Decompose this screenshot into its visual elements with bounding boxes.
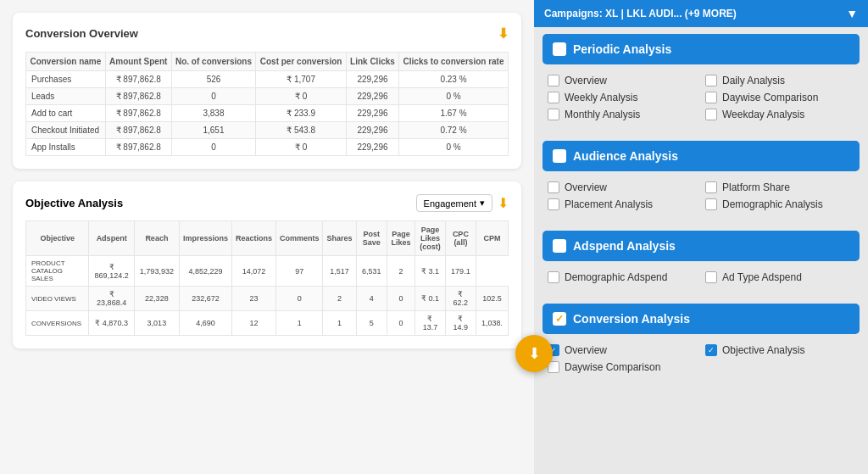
conversion-objective-checkbox[interactable]	[705, 344, 717, 356]
audience-checkbox[interactable]	[553, 149, 566, 163]
conversion-table-body: Purchases₹ 897,862.8526₹ 1,707229,2960.2…	[26, 71, 509, 156]
table-row: VIDEO VIEWS₹ 23,868.422,328232,672230240…	[26, 287, 509, 311]
table-cell: 0	[275, 287, 323, 311]
periodic-overview-checkbox[interactable]	[548, 75, 559, 86]
table-cell: Leads	[26, 88, 106, 105]
table-cell: 0	[387, 311, 415, 336]
table-cell: 1	[275, 311, 323, 336]
periodic-weekday-checkbox[interactable]	[705, 109, 717, 120]
periodic-title: Periodic Analysis	[573, 42, 671, 56]
table-cell: ₹ 897,862.8	[105, 88, 171, 105]
conversion-option-overview[interactable]: Overview	[548, 344, 697, 356]
periodic-monthly-checkbox[interactable]	[548, 109, 559, 120]
audience-demographic-checkbox[interactable]	[705, 198, 717, 210]
table-cell: 232,672	[179, 287, 231, 311]
obj-col-header: Page Likes (cost)	[415, 221, 445, 256]
table-cell: ₹ 897,862.8	[105, 122, 171, 139]
table-cell: Purchases	[26, 71, 106, 88]
table-cell: ₹ 897,862.8	[105, 71, 171, 88]
floating-download-button[interactable]: ⬇	[515, 335, 553, 372]
periodic-option-overview[interactable]: Overview	[548, 75, 697, 86]
table-cell: ₹ 3.1	[415, 256, 445, 287]
table-cell: 229,296	[346, 122, 398, 139]
table-cell: 179.1	[445, 256, 476, 287]
periodic-daywise-checkbox[interactable]	[705, 92, 717, 103]
table-cell: ₹ 4,870.3	[89, 311, 134, 336]
adspend-checkbox[interactable]	[553, 239, 566, 253]
audience-option-overview[interactable]: Overview	[548, 181, 697, 193]
adspend-analysis-section: Adspend Analysis Demographic Adspend Ad …	[542, 231, 860, 290]
table-cell: 97	[275, 256, 323, 287]
table-cell: 0.72 %	[399, 122, 509, 139]
table-cell: 5	[356, 311, 387, 336]
audience-overview-checkbox[interactable]	[548, 181, 559, 193]
table-cell: 0 %	[399, 88, 509, 105]
engagement-label: Engagement	[424, 198, 476, 209]
periodic-daily-checkbox[interactable]	[705, 75, 717, 86]
periodic-option-weekday[interactable]: Weekday Analysis	[705, 109, 854, 120]
table-cell: 1,651	[171, 122, 256, 139]
periodic-option-daily[interactable]: Daily Analysis	[705, 75, 854, 86]
table-cell: 6,531	[356, 256, 387, 287]
periodic-checkbox[interactable]	[553, 42, 566, 56]
conversion-option-objective[interactable]: Objective Analysis	[705, 344, 854, 356]
table-cell: ₹ 0	[256, 139, 346, 156]
table-cell: 1,517	[323, 256, 356, 287]
objective-header-right: Engagement ▾ ⬇	[416, 194, 509, 212]
table-cell: 229,296	[346, 88, 398, 105]
table-row: Checkout Initiated₹ 897,862.81,651₹ 543.…	[26, 122, 509, 139]
chevron-down-icon: ▾	[480, 198, 485, 209]
objective-table-header: ObjectiveAdspentReachImpressionsReaction…	[26, 221, 509, 256]
table-cell: 229,296	[346, 71, 398, 88]
conversion-section-checkbox[interactable]	[553, 312, 566, 326]
table-cell: 1,038.	[476, 311, 508, 336]
table-cell: VIDEO VIEWS	[26, 287, 89, 311]
audience-platform-checkbox[interactable]	[705, 181, 717, 193]
table-cell: ₹ 869,124.2	[89, 256, 134, 287]
table-cell: 4	[356, 287, 387, 311]
table-cell: 22,328	[134, 287, 179, 311]
adspend-options: Demographic Adspend Ad Type Adspend	[542, 268, 860, 290]
obj-col-header: CPM	[476, 221, 508, 256]
table-cell: 0	[171, 139, 256, 156]
obj-col-header: Objective	[26, 221, 89, 256]
table-cell: 2	[387, 256, 415, 287]
audience-option-platform[interactable]: Platform Share	[705, 181, 854, 193]
periodic-option-monthly[interactable]: Monthly Analysis	[548, 109, 697, 120]
audience-title: Audience Analysis	[573, 149, 678, 163]
table-cell: 1.67 %	[399, 105, 509, 122]
conversion-overview-card: Conversion Overview ⬇ Conversion nameAmo…	[13, 13, 521, 169]
download-icon-objective[interactable]: ⬇	[498, 195, 509, 211]
periodic-weekly-checkbox[interactable]	[548, 92, 559, 103]
adspend-option-adtype[interactable]: Ad Type Adspend	[705, 271, 854, 283]
audience-option-demographic[interactable]: Demographic Analysis	[705, 198, 854, 210]
conversion-analysis-section: Conversion Analysis Overview Objective A…	[542, 304, 860, 380]
conversion-option-daywise[interactable]: Daywise Comparison	[548, 361, 697, 373]
table-cell: Checkout Initiated	[26, 122, 106, 139]
adspend-option-demographic[interactable]: Demographic Adspend	[548, 271, 697, 283]
conv-col-header: Amount Spent	[105, 53, 171, 71]
filter-icon[interactable]: ▼	[846, 7, 858, 20]
right-panel: Campaigns: XL | LKL AUDI... (+9 MORE) ▼ …	[534, 0, 868, 474]
obj-col-header: Reactions	[231, 221, 275, 256]
campaigns-header: Campaigns: XL | LKL AUDI... (+9 MORE) ▼	[534, 0, 868, 27]
audience-analysis-header: Audience Analysis	[542, 141, 860, 171]
periodic-analysis-header: Periodic Analysis	[542, 34, 860, 64]
table-cell: ₹ 1,707	[256, 71, 346, 88]
table-cell: ₹ 0	[256, 88, 346, 105]
table-cell: 102.5	[476, 287, 508, 311]
adspend-title: Adspend Analysis	[573, 239, 676, 253]
adspend-demographic-checkbox[interactable]	[548, 271, 559, 283]
audience-options: Overview Platform Share Placement Analys…	[542, 178, 860, 217]
download-icon[interactable]: ⬇	[498, 25, 509, 42]
adspend-adtype-checkbox[interactable]	[705, 271, 717, 283]
engagement-button[interactable]: Engagement ▾	[416, 194, 492, 212]
adspend-analysis-header: Adspend Analysis	[542, 231, 860, 261]
audience-placement-checkbox[interactable]	[548, 198, 559, 210]
obj-col-header: Comments	[275, 221, 323, 256]
obj-col-header: Post Save	[356, 221, 387, 256]
periodic-option-daywise[interactable]: Daywise Comparison	[705, 92, 854, 103]
conv-col-header: No. of conversions	[171, 53, 256, 71]
periodic-option-weekly[interactable]: Weekly Analysis	[548, 92, 697, 103]
audience-option-placement[interactable]: Placement Analysis	[548, 198, 697, 210]
